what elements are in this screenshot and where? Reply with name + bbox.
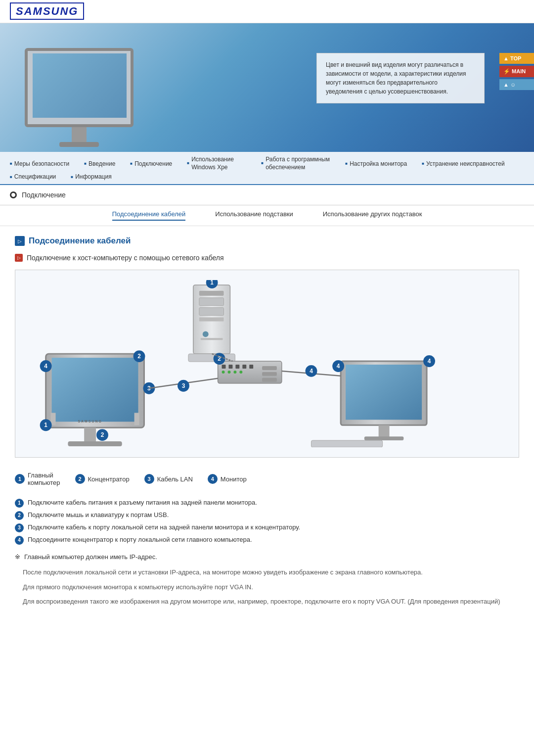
svg-text:4: 4 (428, 358, 431, 365)
hero-banner: Цвет и внешний вид изделия могут различа… (0, 23, 534, 152)
legend-badge-4: 4 (208, 474, 218, 484)
svg-rect-44 (379, 425, 390, 437)
section-header: Подключение (0, 185, 534, 205)
info-paragraph-2: Для прямого подключения монитора к компь… (15, 582, 519, 592)
svg-rect-20 (262, 366, 277, 370)
hero-disclaimer-text: Цвет и внешний вид изделия могут различа… (326, 61, 466, 95)
svg-text:3: 3 (182, 382, 185, 389)
legend-badge-2: 2 (75, 474, 85, 484)
sub-navigation: Подсоединение кабелей Использование подс… (0, 205, 534, 226)
nav-item-intro[interactable]: Введение (84, 156, 115, 171)
hero-monitor-shape (25, 48, 134, 127)
instruction-item-3: 3 Подключите кабель к порту локальной се… (15, 523, 519, 532)
svg-rect-15 (249, 365, 253, 369)
brand-name: SAMSUNG (10, 2, 84, 20)
nav-item-settings[interactable]: Настройка монитора (345, 156, 407, 171)
legend-label-2: Концентратор (88, 475, 130, 483)
svg-rect-12 (228, 365, 232, 369)
page-title-text: Подсоединение кабелей (29, 236, 131, 246)
svg-text:1: 1 (210, 280, 214, 286)
nav-item-specs[interactable]: Спецификации (10, 173, 56, 180)
page-title-section: ▷ Подсоединение кабелей (15, 236, 519, 246)
svg-rect-19 (239, 371, 242, 374)
svg-text:SAMSUNG: SAMSUNG (78, 420, 102, 423)
hero-monitor-screen (33, 53, 127, 118)
instruction-item-4: 4 Подсоедините концентратор к порту лока… (15, 535, 519, 545)
note-item: ※ Главный компьютер должен иметь IP-адре… (15, 553, 519, 562)
svg-point-5 (203, 331, 209, 337)
instruction-text-2: Подключите мышь и клавиатуру к портам US… (28, 511, 169, 520)
svg-rect-6 (201, 338, 223, 340)
svg-rect-26 (52, 358, 138, 422)
samsung-logo: SAMSUNG (10, 5, 84, 18)
svg-rect-2 (199, 298, 224, 306)
svg-rect-18 (233, 371, 236, 374)
legend-item-1: 1 Главныйкомпьютер (15, 472, 60, 486)
svg-rect-22 (262, 378, 277, 382)
link-button[interactable]: ▲ ☺ (499, 79, 534, 90)
legend-badge-3: 3 (144, 474, 154, 484)
svg-rect-16 (222, 371, 225, 374)
legend-badge-1: 1 (15, 474, 25, 484)
svg-rect-43 (346, 365, 422, 420)
instruction-badge-2: 2 (15, 511, 24, 520)
note-star: ※ (15, 553, 20, 562)
sub-section-title: ▷ Подключение к хост-компьютеру с помощь… (15, 254, 519, 262)
sub-section-text: Подключение к хост-компьютеру с помощью … (27, 254, 224, 262)
instruction-text-1: Подключите кабель питания к разъему пита… (28, 498, 257, 507)
section-title: Подключение (22, 191, 66, 199)
main-content: ▷ Подсоединение кабелей ▷ Подключение к … (0, 236, 534, 626)
svg-rect-31 (134, 413, 139, 425)
info-paragraph-1: После подключения локальной сети и устан… (15, 567, 519, 577)
info-paragraph-3: Для воспроизведения такого же изображени… (15, 597, 519, 607)
svg-rect-7 (188, 354, 235, 362)
svg-rect-46 (311, 440, 382, 447)
svg-rect-29 (68, 441, 122, 446)
instruction-badge-3: 3 (15, 523, 24, 532)
sub-section-icon: ▷ (15, 254, 23, 262)
sub-nav-other-stands[interactable]: Использование других подставок (323, 210, 422, 221)
nav-item-software[interactable]: Работа с программным обеспечением (261, 156, 330, 171)
svg-rect-17 (227, 371, 230, 374)
svg-rect-45 (364, 436, 404, 440)
hero-disclaimer-box: Цвет и внешний вид изделия могут различа… (316, 53, 485, 103)
nav-item-info[interactable]: Информация (71, 173, 111, 180)
main-button[interactable]: ⚡ MAIN (499, 66, 534, 77)
svg-rect-4 (199, 318, 224, 322)
legend-item-3: 3 Кабель LAN (144, 474, 193, 484)
diagram-svg: 1 2 SAMSUNG (25, 280, 509, 447)
svg-rect-11 (222, 365, 226, 369)
hero-monitor-illustration (10, 38, 148, 152)
svg-text:2: 2 (101, 431, 104, 438)
instruction-item-2: 2 Подключите мышь и клавиатуру к портам … (15, 511, 519, 520)
svg-text:4: 4 (310, 368, 313, 375)
svg-rect-13 (235, 365, 239, 369)
svg-text:2: 2 (137, 353, 141, 360)
hero-monitor-stand (72, 127, 87, 142)
legend-label-1: Главныйкомпьютер (28, 472, 60, 486)
svg-text:4: 4 (337, 363, 340, 370)
sub-nav-cables[interactable]: Подсоединение кабелей (112, 210, 186, 221)
legend-label-3: Кабель LAN (157, 475, 193, 483)
nav-item-connect[interactable]: Подключение (130, 156, 172, 171)
svg-text:4: 4 (44, 363, 47, 370)
legend-item-4: 4 Монитор (208, 474, 247, 484)
nav-item-troubleshoot[interactable]: Устранение неисправностей (422, 156, 504, 171)
page-title-icon: ▷ (15, 236, 25, 246)
header: SAMSUNG (0, 0, 534, 23)
nav-item-windows[interactable]: Использование Windows Xpe (187, 156, 246, 171)
sub-nav-stand[interactable]: Использование подставки (215, 210, 293, 221)
nav-item-safety[interactable]: Меры безопасности (10, 156, 69, 171)
note-text: Главный компьютер должен иметь IP-адрес. (24, 553, 157, 562)
instruction-text-3: Подключите кабель к порту локальной сети… (28, 523, 300, 532)
section-dot-icon (10, 191, 17, 198)
side-buttons-container: ▲ TOP ⚡ MAIN ▲ ☺ (499, 53, 534, 90)
top-button[interactable]: ▲ TOP (499, 53, 534, 64)
instruction-badge-4: 4 (15, 536, 24, 545)
instruction-item-1: 1 Подключите кабель питания к разъему пи… (15, 498, 519, 508)
instruction-badge-1: 1 (15, 499, 24, 508)
svg-rect-3 (199, 308, 224, 316)
legend: 1 Главныйкомпьютер 2 Концентратор 3 Кабе… (15, 468, 519, 490)
instruction-text-4: Подсоедините концентратор к порту локаль… (28, 535, 252, 544)
legend-label-4: Монитор (221, 475, 247, 483)
